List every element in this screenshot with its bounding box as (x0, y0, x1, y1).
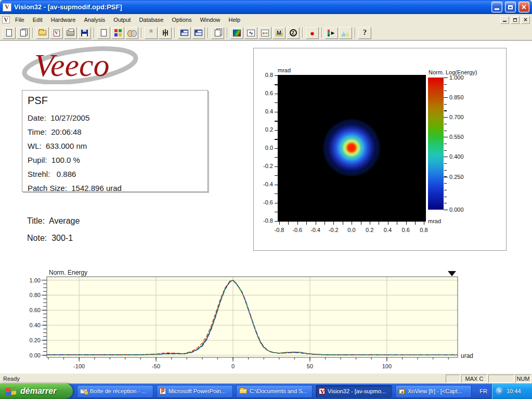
mask-editor-button[interactable] (125, 27, 138, 39)
intensity-button[interactable]: * (145, 27, 158, 39)
toolbar-separator (141, 28, 142, 38)
process-icon (341, 30, 350, 36)
menu-output[interactable]: Output (109, 15, 135, 24)
record-icon: ● (310, 29, 315, 37)
record-button[interactable]: ● (306, 27, 319, 39)
pointer-tool-button[interactable]: ► (325, 27, 338, 39)
note-line: Note: 300-1 (27, 234, 73, 243)
psf-2d-image[interactable] (278, 75, 426, 222)
display-window-2-button[interactable] (192, 27, 205, 39)
psf-2d-x-tick-label: 0.4 (380, 227, 396, 233)
psf-info-row: Strehl: 0.886 (28, 167, 202, 181)
colorbar-tick-label: 0.400 (449, 153, 464, 160)
help-button[interactable]: ? (358, 27, 371, 39)
open-dataset-button[interactable]: V (50, 27, 63, 39)
taskbar-button-label: Microsoft PowerPoin... (168, 388, 226, 394)
mdi-restore-button[interactable] (511, 16, 520, 24)
measure-button[interactable]: M (273, 27, 286, 39)
psf-2d-x-tick-label: -0.6 (290, 227, 305, 233)
taskbar: démarrer Boîte de réception - ...Microso… (0, 383, 532, 399)
open-file-icon (38, 30, 46, 35)
help-icon: ? (363, 29, 367, 37)
vector-plot-button[interactable] (258, 27, 271, 39)
close-button[interactable] (518, 2, 529, 12)
psf-2d-y-tick-label: -0.6 (254, 199, 273, 205)
psf-2d-y-tick-label: 0.8 (254, 72, 273, 78)
toolbar-separator (207, 28, 209, 38)
profile-plot-icon: ∿ (247, 30, 255, 36)
veeco-logo-graphic: Veeco (19, 43, 146, 84)
system-tray: ‹ 10:44 (491, 383, 532, 399)
veeco-logo: Veeco (19, 43, 146, 84)
colorbar-tick (444, 78, 448, 78)
menu-database[interactable]: Database (135, 15, 167, 24)
toolbar-separator (321, 28, 322, 38)
new-multi-document-button[interactable] (17, 27, 30, 39)
taskbar-button-powerpoint[interactable]: Microsoft PowerPoin... (157, 385, 233, 398)
psf-2d-plot-panel: mrad 0.80.60.40.20.0-0.2-0.4-0.6-0.8 -0.… (253, 48, 507, 251)
svg-text:100: 100 (382, 363, 392, 369)
profile-plot-button[interactable]: ∿ (244, 27, 257, 39)
toolbar-separator (355, 28, 356, 38)
vision32-icon (319, 388, 325, 394)
analyze-button[interactable]: Z (287, 27, 300, 39)
language-indicator[interactable]: FR (475, 388, 491, 394)
profile-chart[interactable]: -100-500501001.000.800.600.400.200.00 (27, 275, 468, 369)
colorbar-tick-label: 0.000 (449, 207, 464, 213)
measure-icon: M (276, 30, 283, 36)
folder-icon (239, 389, 247, 394)
menu-edit[interactable]: Edit (29, 15, 47, 24)
menu-window[interactable]: Window (196, 15, 224, 24)
menu-options[interactable]: Options (167, 15, 196, 24)
colorbar-tick (444, 157, 448, 157)
restore-button[interactable] (505, 2, 516, 12)
new-document-button[interactable] (3, 27, 16, 39)
psf-spot (323, 119, 380, 176)
save-button[interactable] (78, 27, 91, 39)
start-button[interactable]: démarrer (0, 383, 73, 399)
status-panel (488, 375, 514, 383)
menu-help[interactable]: Help (225, 15, 245, 24)
menu-analysis[interactable]: Analysis (80, 15, 109, 24)
minimize-button[interactable] (491, 2, 502, 12)
copy-data-button[interactable] (211, 27, 224, 39)
psf-2d-x-tick-label: 0.0 (344, 227, 359, 233)
measure-options-button[interactable] (111, 27, 124, 39)
vision32-app-icon[interactable]: V (3, 3, 11, 11)
mdi-close-button[interactable] (521, 16, 530, 24)
toolbar: V*∿MZ●►? (0, 25, 532, 40)
open-file-button[interactable] (36, 27, 49, 39)
filter-icon (162, 29, 168, 36)
clock: 10:44 (507, 388, 521, 394)
taskbar-button-xnview[interactable]: XnView [fr] - [<Capt... (395, 385, 472, 398)
analyze-icon: Z (290, 29, 297, 36)
taskbar-button-label: C:\Documents and S... (250, 388, 307, 394)
colorbar-tick (444, 210, 448, 210)
taskbar-button-folder[interactable]: C:\Documents and S... (236, 385, 313, 398)
menu-hardware[interactable]: Hardware (47, 15, 80, 24)
new-data-window-button[interactable] (97, 27, 110, 39)
window-title: Vision32 - [av-supmodif.opd:PSF] (14, 3, 489, 11)
minimize-icon (495, 8, 499, 10)
colorbar-tick (444, 97, 448, 98)
psf-2d-x-tick-label: 0.2 (362, 227, 378, 233)
status-message: Ready (1, 376, 445, 382)
mdi-minimize-button[interactable] (500, 16, 509, 24)
surface-plot-button[interactable] (230, 27, 243, 39)
process-button[interactable] (339, 27, 352, 39)
status-panel (446, 375, 460, 383)
powerpoint-icon (160, 388, 166, 394)
psf-2d-x-tick-label: 0.8 (416, 227, 432, 233)
display-window-1-button[interactable] (178, 27, 191, 39)
colorbar-tick-label: 0.700 (449, 114, 464, 120)
filter-button[interactable] (159, 27, 172, 39)
menu-file[interactable]: File (11, 15, 29, 24)
psf-2d-x-tick-label: -0.8 (271, 227, 287, 233)
print-button[interactable] (64, 27, 77, 39)
taskbar-button-outlook[interactable]: Boîte de réception - ... (77, 385, 153, 398)
mdi-document-icon[interactable]: V (2, 16, 10, 23)
hide-tray-icons-button[interactable]: ‹ (496, 387, 504, 395)
start-button-label: démarrer (20, 387, 56, 396)
mdi-minimize-icon (503, 21, 507, 22)
taskbar-button-vision32[interactable]: Vision32 - [av-supmo... (316, 385, 392, 398)
